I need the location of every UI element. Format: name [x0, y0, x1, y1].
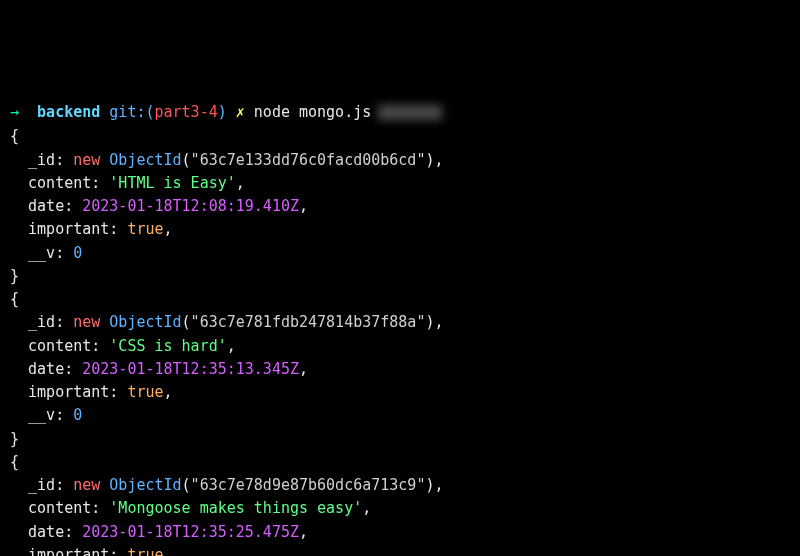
git-label-close: )	[218, 103, 227, 121]
prompt-directory: backend	[37, 103, 100, 121]
command-output: { _id: new ObjectId("63c7e133dd76c0facd0…	[10, 125, 790, 556]
git-branch: part3-4	[155, 103, 218, 121]
shell-prompt: → backend git:(part3-4) ✗ node mongo.js	[10, 101, 790, 124]
prompt-arrow-icon: →	[10, 103, 19, 121]
redacted-argument	[379, 105, 443, 120]
git-label: git:(	[109, 103, 154, 121]
git-dirty-icon: ✗	[236, 103, 245, 121]
command-text[interactable]: node mongo.js	[254, 103, 371, 121]
